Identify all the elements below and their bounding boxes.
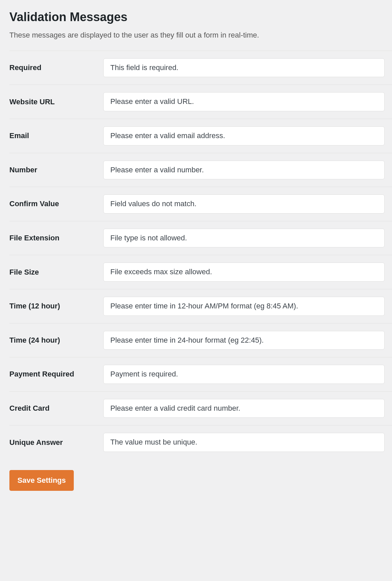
input-unique-answer[interactable] <box>103 433 385 452</box>
row-credit-card: Credit Card <box>9 391 392 425</box>
input-number[interactable] <box>103 161 385 180</box>
row-confirm-value: Confirm Value <box>9 187 392 221</box>
label-website-url: Website URL <box>9 85 103 119</box>
page-title: Validation Messages <box>9 10 392 24</box>
input-time-24[interactable] <box>103 331 385 350</box>
input-payment-required[interactable] <box>103 365 385 384</box>
row-file-extension: File Extension <box>9 221 392 255</box>
input-website-url[interactable] <box>103 92 385 111</box>
row-number: Number <box>9 153 392 187</box>
label-required: Required <box>9 51 103 85</box>
row-payment-required: Payment Required <box>9 357 392 392</box>
input-file-size[interactable] <box>103 263 385 282</box>
input-email[interactable] <box>103 126 385 146</box>
input-credit-card[interactable] <box>103 399 385 418</box>
row-required: Required <box>9 51 392 85</box>
validation-settings-table: Required Website URL Email Number Confir… <box>9 51 392 459</box>
label-time-12: Time (12 hour) <box>9 289 103 323</box>
label-number: Number <box>9 153 103 187</box>
label-payment-required: Payment Required <box>9 357 103 392</box>
save-button[interactable]: Save Settings <box>9 470 74 491</box>
label-unique-answer: Unique Answer <box>9 425 103 459</box>
row-file-size: File Size <box>9 255 392 289</box>
input-file-extension[interactable] <box>103 229 385 248</box>
row-time-12: Time (12 hour) <box>9 289 392 323</box>
label-file-extension: File Extension <box>9 221 103 255</box>
row-email: Email <box>9 119 392 153</box>
row-unique-answer: Unique Answer <box>9 425 392 459</box>
input-time-12[interactable] <box>103 297 385 316</box>
label-file-size: File Size <box>9 255 103 289</box>
label-time-24: Time (24 hour) <box>9 323 103 357</box>
row-website-url: Website URL <box>9 85 392 119</box>
label-confirm-value: Confirm Value <box>9 187 103 221</box>
row-time-24: Time (24 hour) <box>9 323 392 357</box>
page-description: These messages are displayed to the user… <box>9 30 392 41</box>
label-email: Email <box>9 119 103 153</box>
label-credit-card: Credit Card <box>9 391 103 425</box>
input-required[interactable] <box>103 58 385 77</box>
input-confirm-value[interactable] <box>103 194 385 214</box>
